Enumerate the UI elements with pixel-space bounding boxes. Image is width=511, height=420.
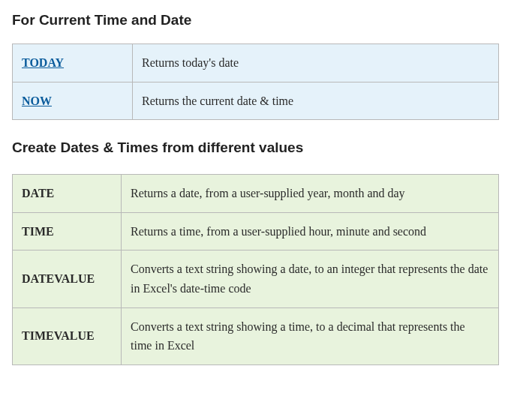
function-desc-cell: Returns a date, from a user-supplied yea… <box>122 175 499 213</box>
table-row: TODAY Returns today's date <box>13 44 499 82</box>
table-row: NOW Returns the current date & time <box>13 82 499 120</box>
function-link-now[interactable]: NOW <box>22 94 52 107</box>
table-current-time-date: TODAY Returns today's date NOW Returns t… <box>12 44 499 120</box>
table-row: DATEVALUE Converts a text string showing… <box>13 250 499 308</box>
function-name-cell: TODAY <box>13 44 133 82</box>
function-name-cell: TIME <box>13 212 122 250</box>
table-row: DATE Returns a date, from a user-supplie… <box>13 175 499 213</box>
table-row: TIME Returns a time, from a user-supplie… <box>13 212 499 250</box>
table-row: TIMEVALUE Converts a text string showing… <box>13 308 499 364</box>
table-create-dates-times: DATE Returns a date, from a user-supplie… <box>12 174 499 365</box>
function-desc-cell: Returns the current date & time <box>133 82 499 120</box>
function-name-cell: TIMEVALUE <box>13 308 122 364</box>
function-desc-cell: Converts a text string showing a date, t… <box>122 250 499 308</box>
section-heading-create: Create Dates & Times from different valu… <box>12 140 499 156</box>
function-name-cell: DATEVALUE <box>13 250 122 308</box>
function-name-cell: NOW <box>13 82 133 120</box>
function-name-cell: DATE <box>13 175 122 213</box>
function-desc-cell: Returns a time, from a user-supplied hou… <box>122 212 499 250</box>
function-desc-cell: Returns today's date <box>133 44 499 82</box>
section-heading-current: For Current Time and Date <box>12 12 499 28</box>
function-link-today[interactable]: TODAY <box>22 56 64 69</box>
function-desc-cell: Converts a text string showing a time, t… <box>122 308 499 364</box>
